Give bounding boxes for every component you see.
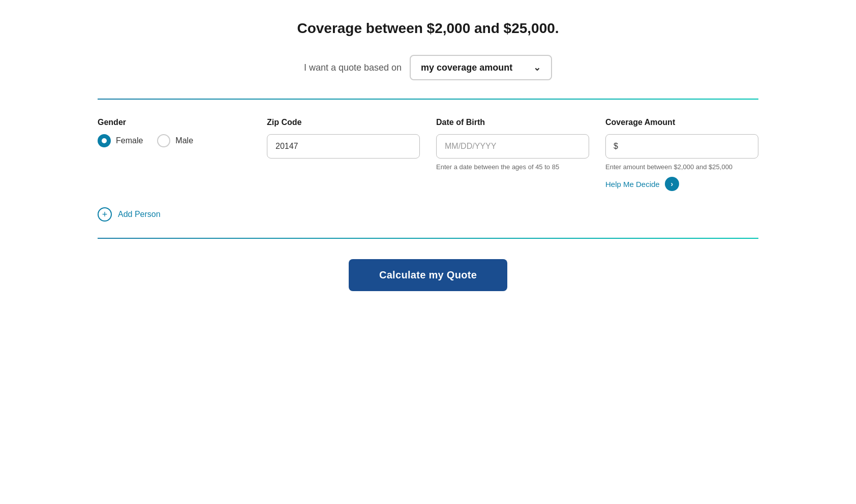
coverage-amount-hint: Enter amount between $2,000 and $25,000 (605, 163, 758, 172)
male-radio-circle (157, 134, 170, 147)
male-radio-option[interactable]: Male (157, 134, 193, 147)
gender-label: Gender (98, 118, 251, 127)
female-radio-option[interactable]: Female (98, 134, 143, 147)
add-person-label: Add Person (118, 210, 161, 219)
help-me-decide-link[interactable]: Help Me Decide › (605, 177, 758, 191)
bottom-divider (98, 238, 758, 239)
add-person-row[interactable]: + Add Person (98, 207, 758, 222)
coverage-amount-field-group: Coverage Amount $ Enter amount between $… (605, 118, 758, 191)
chevron-down-icon: ⌄ (533, 62, 541, 73)
gender-field-group: Gender Female Male (98, 118, 251, 147)
help-me-decide-arrow-icon: › (665, 177, 679, 191)
page-container: Coverage between $2,000 and $25,000. I w… (98, 20, 758, 291)
dob-label: Date of Birth (436, 118, 589, 127)
coverage-input-wrapper: $ (605, 134, 758, 159)
zip-code-input[interactable] (267, 134, 420, 159)
gender-options: Female Male (98, 134, 251, 147)
calculate-quote-button[interactable]: Calculate my Quote (349, 259, 507, 291)
male-radio-label: Male (175, 136, 193, 145)
dob-hint: Enter a date between the ages of 45 to 8… (436, 163, 589, 172)
calculate-row: Calculate my Quote (98, 259, 758, 291)
zip-code-label: Zip Code (267, 118, 420, 127)
female-radio-circle (98, 134, 111, 147)
zip-code-field-group: Zip Code (267, 118, 420, 159)
form-grid: Gender Female Male Zip Code Date of Birt… (98, 118, 758, 191)
dob-input[interactable] (436, 134, 589, 159)
quote-type-dropdown[interactable]: my coverage amount ⌄ (410, 55, 552, 80)
coverage-amount-label: Coverage Amount (605, 118, 758, 127)
add-person-icon: + (98, 207, 112, 222)
top-divider (98, 99, 758, 100)
female-radio-label: Female (116, 136, 143, 145)
quote-dropdown-value: my coverage amount (421, 62, 512, 73)
coverage-title: Coverage between $2,000 and $25,000. (98, 20, 758, 37)
quote-selector-label: I want a quote based on (304, 62, 402, 73)
quote-selector-row: I want a quote based on my coverage amou… (98, 55, 758, 80)
dob-field-group: Date of Birth Enter a date between the a… (436, 118, 589, 172)
coverage-amount-input[interactable] (605, 134, 758, 159)
help-me-decide-text: Help Me Decide (605, 180, 660, 188)
